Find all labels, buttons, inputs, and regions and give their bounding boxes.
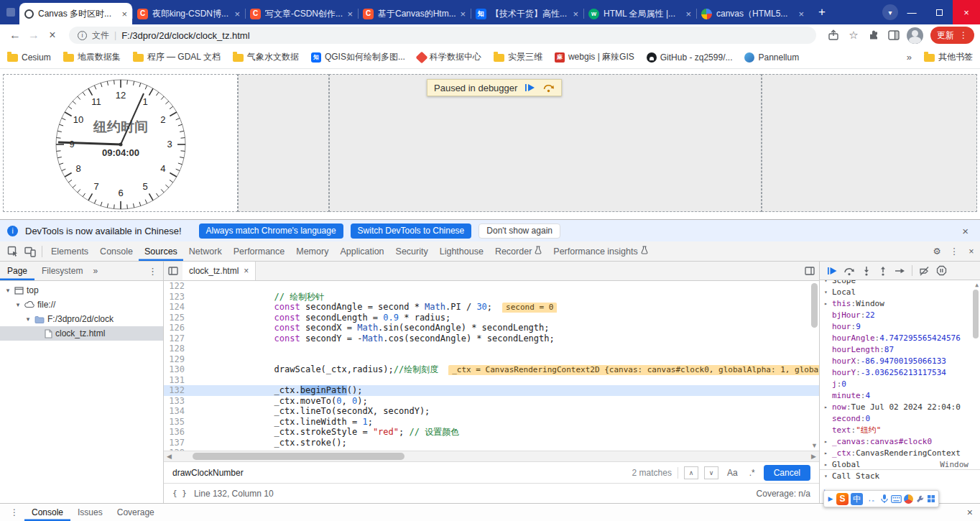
page-info-icon[interactable]	[78, 31, 87, 40]
devtools-tab-network[interactable]: Network	[183, 241, 228, 261]
browser-tab[interactable]: C基于Canvas的Htm...×	[358, 3, 471, 24]
tab-close-icon[interactable]: ×	[347, 9, 353, 19]
collapse-arrow-icon[interactable]: ▾	[824, 473, 832, 479]
tab-close-icon[interactable]: ×	[573, 9, 578, 19]
vertical-scroll-thumb[interactable]	[811, 283, 818, 328]
ime-punctuation-toggle[interactable]: ，。	[865, 494, 878, 504]
code-editor[interactable]: 122123 // 绘制秒针124 const secondAngle = se…	[164, 281, 819, 451]
code-line[interactable]: 125 const secondLength = 0.9 * radius;	[164, 313, 819, 323]
scope-section-clipped[interactable]: ▾Scope	[820, 280, 980, 286]
tab-close-icon[interactable]: ×	[685, 9, 691, 19]
code-line[interactable]: 135 _ctx.lineWidth = 1;	[164, 417, 819, 428]
line-number[interactable]: 125	[164, 313, 191, 323]
scope-variable-row[interactable]: hourAngle: 4.747295565424576	[820, 332, 980, 344]
step-out-button[interactable]	[878, 266, 888, 276]
match-case-button[interactable]: Aa	[724, 468, 741, 478]
devtools-tab-recorder[interactable]: Recorder	[489, 241, 547, 261]
devtools-tab-application[interactable]: Application	[334, 241, 389, 261]
scope-section-local[interactable]: ▾Local	[820, 286, 980, 298]
minimize-button[interactable]: —	[898, 0, 925, 24]
code-line[interactable]: 122	[164, 281, 819, 292]
line-number[interactable]: 137	[164, 438, 191, 448]
scope-variable-row[interactable]: ▸this: Window	[820, 298, 980, 309]
resume-script-icon[interactable]	[524, 83, 535, 93]
code-line[interactable]: 129	[164, 354, 819, 365]
extensions-puzzle-icon[interactable]	[864, 26, 884, 45]
devtools-tab-elements[interactable]: Elements	[45, 241, 94, 261]
canvas-cell-4[interactable]	[762, 74, 977, 212]
ime-expand-icon[interactable]: ▶	[827, 495, 834, 502]
code-line[interactable]: 136 _ctx.strokeStyle = "red"; // 设置颜色	[164, 427, 819, 438]
scope-variable-row[interactable]: hourY: -3.036256213117534	[820, 366, 980, 378]
bookmark-item[interactable]: Pannellum	[744, 52, 799, 63]
expand-arrow-icon[interactable]: ▾	[14, 301, 22, 308]
line-number[interactable]: 127	[164, 333, 191, 344]
ime-grid-icon[interactable]	[927, 494, 935, 503]
browser-menu-icon[interactable]: ⋮	[959, 30, 968, 40]
tab-close-icon[interactable]: ×	[460, 9, 466, 19]
bookmark-item[interactable]: 科学数据中心	[417, 51, 481, 63]
code-line[interactable]: 133 _ctx.moveTo(0, 0);	[164, 396, 819, 407]
step-over-button[interactable]	[843, 266, 855, 276]
infobar-close-icon[interactable]: ×	[958, 225, 973, 237]
ime-keyboard-icon[interactable]	[891, 495, 902, 503]
browser-tab[interactable]: C写文章-CSDN创作...×	[245, 3, 358, 24]
navigator-overflow-chevron[interactable]: »	[90, 266, 101, 276]
devtools-tab-security[interactable]: Security	[390, 241, 434, 261]
browser-tab[interactable]: canvas（HTML5...×	[696, 3, 809, 24]
ime-toolbar[interactable]: ▶ S 中 ，。	[823, 490, 939, 507]
ime-language-toggle[interactable]: 中	[851, 493, 863, 505]
expand-arrow-icon[interactable]: ▸	[824, 300, 832, 307]
format-code-icon[interactable]: { }	[172, 489, 187, 498]
devtools-tab-performance-insights[interactable]: Performance insights	[547, 241, 653, 261]
code-line[interactable]: 127 const secondY = -Math.cos(secondAngl…	[164, 333, 819, 344]
match-language-button[interactable]: Always match Chrome's language	[199, 223, 343, 239]
switch-to-chinese-button[interactable]: Switch DevTools to Chinese	[351, 223, 472, 239]
navigator-tab-page[interactable]: Page	[0, 262, 34, 280]
line-number[interactable]: 122	[164, 281, 191, 292]
scope-section-global[interactable]: ▸GlobalWindow	[820, 458, 980, 469]
maximize-button[interactable]	[925, 0, 953, 24]
clock-canvas[interactable]: 123456789101112纽约时间09:04:00	[3, 74, 238, 212]
expand-arrow-icon[interactable]: ▸	[824, 404, 832, 410]
scope-variable-row[interactable]: ▸_canvas: canvas#clock0	[820, 435, 980, 447]
devtools-menu-icon[interactable]: ⋮	[946, 242, 963, 261]
share-icon[interactable]	[823, 26, 843, 45]
other-bookmarks-button[interactable]: 其他书签	[924, 51, 973, 63]
scope-variable-row[interactable]: hourX: -86.94700195066133	[820, 355, 980, 366]
drawer-tab-coverage[interactable]: Coverage	[110, 504, 162, 521]
scope-variable-row[interactable]: second: 0	[820, 412, 980, 424]
bookmark-item[interactable]: Cesium	[7, 52, 51, 63]
bookmark-item[interactable]: 地震数据集	[63, 51, 121, 63]
inspect-element-icon[interactable]	[4, 242, 22, 261]
code-line[interactable]: 128	[164, 344, 819, 354]
scope-variable-row[interactable]: hour: 9	[820, 321, 980, 332]
sogou-logo-icon[interactable]: S	[836, 493, 849, 505]
scope-variable-row[interactable]: text: "纽约"	[820, 424, 980, 435]
forward-button[interactable]: →	[24, 26, 43, 45]
expand-arrow-icon[interactable]: ▸	[824, 438, 832, 445]
browser-tab[interactable]: Canvas 多时区时...×	[19, 3, 132, 24]
resume-button[interactable]	[827, 266, 837, 276]
code-line[interactable]: 124 const secondAngle = second * Math.PI…	[164, 302, 819, 313]
scope-variable-row[interactable]: ▸now: Tue Jul 02 2024 22:04:0	[820, 401, 980, 412]
editor-tab-close-icon[interactable]: ×	[244, 266, 249, 276]
editor-horizontal-scrollbar[interactable]: ◀ ▶	[164, 451, 819, 461]
bookmark-item[interactable]: 实景三维	[494, 51, 542, 63]
line-number[interactable]: 123	[164, 292, 191, 303]
back-button[interactable]: ←	[6, 26, 24, 45]
devtools-tab-lighthouse[interactable]: Lighthouse	[434, 241, 489, 261]
side-panel-icon[interactable]	[884, 26, 904, 45]
pause-on-exceptions-button[interactable]	[936, 265, 947, 276]
update-button[interactable]: 更新 ⋮	[930, 27, 974, 44]
expand-arrow-icon[interactable]: ▸	[824, 461, 832, 468]
drawer-close-icon[interactable]: ×	[960, 507, 980, 518]
tab-close-icon[interactable]: ×	[121, 9, 127, 19]
devtools-tab-sources[interactable]: Sources	[139, 241, 183, 261]
bookmark-star-icon[interactable]: ☆	[843, 26, 864, 45]
horizontal-scroll-thumb[interactable]	[193, 453, 405, 460]
scroll-down-arrow-icon[interactable]: ▼	[811, 442, 818, 449]
line-number[interactable]: 134	[164, 406, 191, 417]
settings-gear-icon[interactable]: ⚙	[928, 242, 946, 261]
tree-item-file-[interactable]: ▾file://	[0, 298, 163, 312]
